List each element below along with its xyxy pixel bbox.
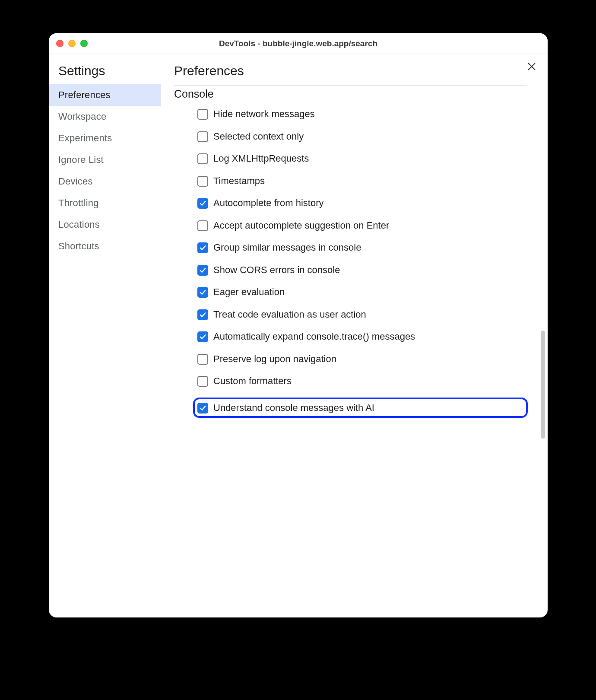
option-label: Autocomplete from history: [213, 197, 324, 209]
opt-timestamps: Timestamps: [197, 175, 528, 187]
sidebar-item-label: Workspace: [58, 111, 106, 122]
section-title-console: Console: [174, 88, 528, 100]
checkbox[interactable]: [197, 309, 208, 320]
opt-custom-formatters: Custom formatters: [197, 375, 528, 387]
option-label: Timestamps: [213, 175, 265, 187]
checkbox[interactable]: [197, 109, 208, 120]
checkbox[interactable]: [197, 220, 208, 231]
opt-log-xmlhttprequests: Log XMLHttpRequests: [197, 153, 528, 165]
window-title: DevTools - bubble-jingle.web.app/search: [49, 39, 548, 48]
opt-auto-expand-trace: Automatically expand console.trace() mes…: [197, 331, 528, 343]
checkbox[interactable]: [197, 153, 208, 164]
opt-selected-context-only: Selected context only: [197, 130, 528, 143]
opt-eager-evaluation: Eager evaluation: [197, 286, 528, 298]
sidebar-item-label: Devices: [58, 176, 93, 187]
sidebar-item-label: Experiments: [58, 133, 112, 143]
option-label: Selected context only: [213, 130, 304, 143]
option-label: Preserve log upon navigation: [213, 353, 336, 365]
sidebar-item-throttling[interactable]: Throttling: [49, 192, 161, 214]
sidebar-item-label: Preferences: [58, 89, 111, 100]
sidebar-item-label: Shortcuts: [58, 241, 99, 251]
opt-hide-network-messages: Hide network messages: [197, 108, 528, 120]
divider: [174, 85, 527, 86]
close-window-button[interactable]: [56, 40, 63, 47]
option-label: Eager evaluation: [213, 286, 285, 298]
preferences-scroll[interactable]: Console Hide network messagesSelected co…: [174, 87, 542, 617]
sidebar-item-experiments[interactable]: Experiments: [49, 127, 161, 149]
sidebar-item-label: Locations: [58, 219, 100, 230]
sidebar-item-preferences[interactable]: Preferences: [49, 84, 161, 106]
opt-understand-with-ai: Understand console messages with AI: [193, 398, 528, 418]
checkbox[interactable]: [197, 265, 208, 276]
checkbox[interactable]: [197, 198, 208, 209]
opt-show-cors-errors: Show CORS errors in console: [197, 264, 528, 276]
zoom-window-button[interactable]: [80, 40, 88, 47]
opt-preserve-log: Preserve log upon navigation: [197, 353, 528, 365]
settings-main: Preferences Console Hide network message…: [161, 54, 548, 617]
scrollbar-thumb[interactable]: [541, 331, 545, 439]
option-label: Understand console messages with AI: [213, 402, 374, 414]
option-label: Log XMLHttpRequests: [213, 153, 309, 165]
settings-nav: PreferencesWorkspaceExperimentsIgnore Li…: [49, 84, 161, 257]
checkbox[interactable]: [197, 376, 208, 387]
opt-group-similar-messages: Group similar messages in console: [197, 242, 528, 254]
settings-sidebar: Settings PreferencesWorkspaceExperiments…: [49, 54, 161, 617]
checkbox[interactable]: [197, 131, 208, 142]
sidebar-item-label: Throttling: [58, 197, 99, 208]
minimize-window-button[interactable]: [68, 40, 76, 47]
checkbox[interactable]: [197, 176, 208, 187]
checkbox[interactable]: [197, 287, 208, 298]
console-options: Hide network messagesSelected context on…: [174, 108, 528, 435]
page-title: Preferences: [174, 64, 527, 78]
checkbox[interactable]: [197, 331, 208, 342]
devtools-window: DevTools - bubble-jingle.web.app/search …: [49, 33, 548, 617]
option-label: Custom formatters: [213, 375, 292, 387]
opt-treat-code-eval-user-action: Treat code evaluation as user action: [197, 309, 528, 321]
sidebar-title: Settings: [49, 64, 161, 84]
sidebar-item-ignore-list[interactable]: Ignore List: [49, 149, 161, 171]
option-label: Accept autocomplete suggestion on Enter: [213, 220, 389, 232]
option-label: Hide network messages: [213, 108, 315, 120]
sidebar-item-label: Ignore List: [58, 154, 104, 165]
sidebar-item-workspace[interactable]: Workspace: [49, 106, 161, 127]
option-label: Group similar messages in console: [213, 242, 361, 254]
sidebar-item-shortcuts[interactable]: Shortcuts: [49, 235, 161, 257]
window-titlebar: DevTools - bubble-jingle.web.app/search: [49, 33, 548, 54]
checkbox[interactable]: [197, 403, 208, 414]
checkbox[interactable]: [197, 354, 208, 365]
opt-accept-autocomplete-on-enter: Accept autocomplete suggestion on Enter: [197, 220, 528, 232]
option-label: Treat code evaluation as user action: [213, 309, 366, 321]
sidebar-item-devices[interactable]: Devices: [49, 171, 161, 192]
opt-autocomplete-from-history: Autocomplete from history: [197, 197, 528, 209]
sidebar-item-locations[interactable]: Locations: [49, 214, 161, 235]
window-controls: [49, 40, 88, 47]
checkbox[interactable]: [197, 242, 208, 253]
option-label: Show CORS errors in console: [213, 264, 340, 276]
option-label: Automatically expand console.trace() mes…: [213, 331, 415, 343]
